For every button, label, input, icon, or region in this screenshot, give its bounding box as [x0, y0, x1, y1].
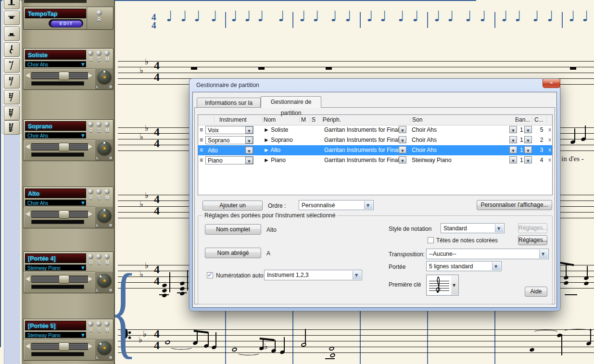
slider-handle[interactable] — [59, 72, 69, 80]
slider-track[interactable] — [31, 343, 88, 350]
drag-grip-icon[interactable]: ≡ — [200, 147, 203, 153]
chevron-down-icon[interactable]: ▼ — [524, 136, 532, 143]
rest-button-q[interactable] — [4, 42, 20, 57]
notation-style-select[interactable]: Standard▼ — [441, 223, 505, 233]
chevron-down-icon[interactable]: ▼ — [492, 262, 501, 270]
slider-handle[interactable] — [59, 143, 69, 151]
tab-score-info[interactable]: Informations sur la partition — [197, 98, 261, 108]
chevron-down-icon[interactable]: ▼ — [539, 250, 548, 258]
close-button[interactable]: ✕ — [543, 79, 560, 88]
led-r[interactable] — [88, 321, 93, 326]
rest-button-f4[interactable] — [4, 106, 20, 120]
short-name-button[interactable]: Nom abrégé — [205, 248, 261, 258]
led-s[interactable] — [96, 321, 101, 326]
slider-track[interactable] — [31, 276, 88, 283]
chevron-down-icon[interactable]: ▼ — [245, 147, 253, 154]
volume-slider-zone[interactable] — [24, 139, 96, 160]
chevron-down-icon[interactable]: ▼ — [353, 271, 361, 279]
first-clef-select[interactable]: ▼ — [426, 275, 459, 296]
led-m[interactable] — [104, 321, 110, 326]
pan-knob-icon[interactable] — [97, 208, 112, 223]
chevron-down-icon[interactable]: ▼ — [451, 276, 458, 295]
edit-button[interactable]: EDIT — [51, 20, 82, 27]
led-s[interactable] — [96, 122, 101, 127]
led-r[interactable] — [88, 122, 93, 127]
chevron-down-icon[interactable]: ▼ — [81, 62, 85, 68]
help-button[interactable]: Aide — [525, 287, 547, 297]
rest-button-f1[interactable] — [4, 58, 20, 73]
chevron-down-icon[interactable]: ▼ — [399, 146, 406, 153]
delete-button[interactable]: x — [547, 147, 553, 152]
chevron-down-icon[interactable]: ▼ — [509, 146, 517, 153]
chevron-down-icon[interactable]: ▼ — [245, 126, 253, 134]
pan-knob-icon[interactable] — [97, 273, 112, 288]
slider-handle[interactable] — [59, 275, 69, 284]
drag-grip-icon[interactable]: ≡ — [200, 157, 203, 163]
pan-knob-icon[interactable] — [97, 141, 112, 155]
instrument-select[interactable]: Voix▼ — [205, 126, 253, 134]
sound-select[interactable]: Steinway Piano▼ — [25, 264, 86, 271]
full-name-button[interactable]: Nom complet — [205, 224, 261, 235]
rest-button-w[interactable] — [4, 11, 20, 25]
led-r[interactable] — [88, 189, 93, 194]
led-r[interactable] — [88, 50, 93, 56]
drag-grip-icon[interactable]: ≡ — [200, 126, 203, 133]
delete-button[interactable]: x — [547, 157, 553, 163]
slider-handle[interactable] — [59, 342, 69, 351]
instrument-select[interactable]: Piano▼ — [205, 156, 253, 164]
rsm-leds[interactable]: RSM — [88, 189, 112, 205]
led-s[interactable] — [96, 50, 101, 56]
led-s[interactable] — [96, 254, 101, 259]
delete-button[interactable]: x — [547, 137, 553, 142]
rsm-leds[interactable]: RSM — [88, 254, 112, 270]
pan-knob-cell[interactable]: LR — [95, 68, 113, 89]
sound-select[interactable]: Choir Ahs▼ — [25, 132, 86, 138]
instrument-select[interactable]: Soprano▼ — [205, 136, 253, 144]
colored-noteheads-checkbox[interactable] — [428, 237, 434, 243]
pan-knob-cell[interactable]: LR — [95, 139, 113, 161]
volume-slider-zone[interactable] — [24, 68, 96, 89]
led-s[interactable] — [96, 189, 101, 194]
staff-select[interactable]: 5 lignes standard▼ — [426, 261, 502, 271]
chevron-down-icon[interactable]: ▼ — [509, 126, 517, 133]
auto-numbering-checkbox[interactable] — [207, 272, 213, 278]
rest-button-f3[interactable] — [4, 90, 20, 104]
chevron-down-icon[interactable]: ▼ — [364, 201, 373, 209]
rest-button-h[interactable] — [4, 26, 20, 41]
chevron-down-icon[interactable]: ▼ — [399, 126, 406, 133]
customize-display-button[interactable]: Personnaliser l'affichage... — [477, 200, 552, 210]
chevron-down-icon[interactable]: ▼ — [524, 156, 532, 163]
noteheads-settings-button[interactable]: Réglages... — [518, 235, 547, 245]
led-m[interactable] — [104, 122, 110, 127]
rest-button-f5[interactable] — [4, 120, 20, 135]
table-row-soliste[interactable]: ≡Voix▼► SolisteGarritan Instruments for … — [198, 125, 552, 135]
record-led[interactable] — [97, 10, 102, 15]
table-row-alto[interactable]: ≡Alto▼► AltoGarritan Instruments for Fin… — [198, 145, 552, 155]
delete-button[interactable]: x — [547, 126, 553, 132]
volume-slider-zone[interactable] — [24, 339, 96, 360]
led-m[interactable] — [104, 254, 110, 259]
slider-track[interactable] — [31, 72, 88, 79]
chevron-down-icon[interactable]: ▼ — [524, 146, 532, 153]
slider-track[interactable] — [31, 143, 88, 151]
transposition-select[interactable]: --Aucune--▼ — [426, 249, 549, 259]
rest-button-f2[interactable] — [4, 74, 20, 88]
table-row-piano[interactable]: ≡Piano▼► PianoGarritan Instruments for F… — [198, 155, 552, 165]
pan-knob-cell[interactable]: LR — [95, 207, 113, 228]
chevron-down-icon[interactable]: ▼ — [399, 136, 406, 143]
chevron-down-icon[interactable]: ▼ — [81, 265, 85, 271]
tab-score-manager[interactable]: Gestionnaire de partition — [261, 96, 321, 108]
drag-grip-icon[interactable]: ≡ — [200, 137, 203, 143]
pan-knob-icon[interactable] — [97, 70, 112, 84]
rest-button-dw[interactable] — [4, 0, 20, 9]
chevron-down-icon[interactable]: ▼ — [399, 156, 406, 163]
pan-knob-cell[interactable]: LR — [95, 339, 113, 360]
chevron-down-icon[interactable]: ▼ — [81, 133, 85, 139]
sound-select[interactable]: Choir Ahs▼ — [25, 61, 86, 67]
rsm-leds[interactable]: RSM — [88, 321, 112, 338]
chevron-down-icon[interactable]: ▼ — [524, 126, 532, 133]
table-row-soprano[interactable]: ≡Soprano▼► SopranoGarritan Instruments f… — [198, 135, 552, 145]
rsm-leds[interactable]: RSM — [88, 122, 112, 138]
led-r[interactable] — [88, 254, 93, 259]
chevron-down-icon[interactable]: ▼ — [509, 156, 517, 163]
